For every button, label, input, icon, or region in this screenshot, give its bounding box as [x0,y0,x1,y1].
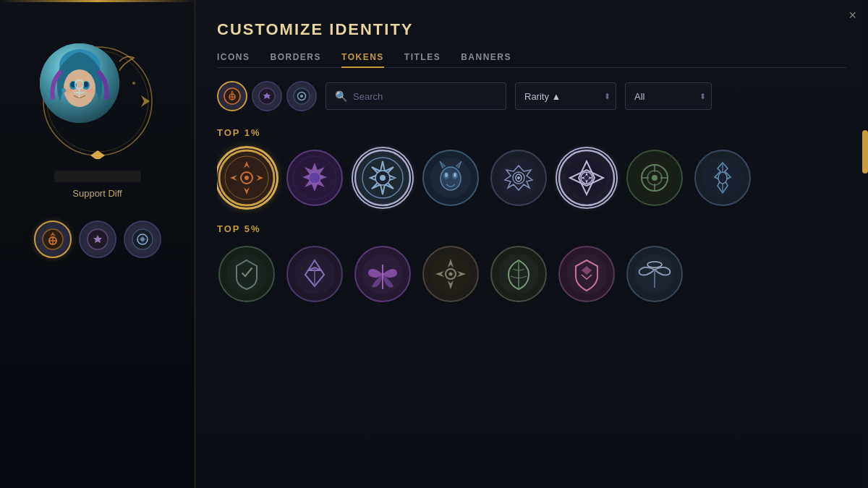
svg-point-48 [454,173,456,177]
token-item-5[interactable] [489,148,548,207]
username-label: Support Diff [72,188,122,199]
token-grid-top1 [217,148,836,207]
section-label-top1: TOP 1% [217,127,836,138]
scrollbar-thumb[interactable] [862,130,868,174]
svg-point-13 [87,89,94,93]
svg-point-34 [244,176,249,180]
svg-point-9 [82,81,90,90]
avatar [40,43,119,123]
tab-bar: ICONS BORDERS TOKENS TITLES BANNERS [217,52,846,68]
svg-point-7 [64,69,95,107]
svg-point-41 [380,175,386,181]
svg-point-11 [84,82,88,87]
token-item-7[interactable] [625,148,684,207]
filters-row: 🔍 Rarity ▲ Rarity ▼ Name A-Z All Owned U… [217,81,846,111]
svg-point-47 [445,173,448,177]
sort-select[interactable]: Rarity ▲ Rarity ▼ Name A-Z [515,82,616,110]
equipped-token-3[interactable] [124,221,161,258]
token-item-2[interactable] [285,148,344,207]
svg-point-65 [718,172,727,184]
username-blur [54,171,141,182]
svg-point-10 [71,82,75,87]
filter-token-group [217,81,317,111]
sort-wrapper: Rarity ▲ Rarity ▼ Name A-Z [515,82,616,110]
filter-token-1[interactable] [217,81,247,111]
search-box: 🔍 [326,82,506,110]
token-item-11[interactable] [353,244,412,304]
tab-banners[interactable]: BANNERS [461,52,511,68]
svg-point-37 [309,172,320,184]
tab-icons[interactable]: ICONS [217,52,250,68]
svg-point-5 [132,82,135,85]
filter-token-3[interactable] [286,81,317,111]
token-item-12[interactable] [421,244,480,304]
token-item-3[interactable] [353,148,412,207]
close-button[interactable]: × [848,9,856,22]
token-item-8[interactable] [693,148,752,207]
svg-point-12 [65,89,72,93]
equipped-token-1[interactable] [34,221,72,258]
equipped-tokens [34,221,161,258]
token-item-15[interactable] [625,244,684,304]
token-item-14[interactable] [557,244,616,304]
token-grid-top5 [217,244,836,304]
all-select[interactable]: All Owned Unowned [625,82,712,110]
filter-token-2[interactable] [252,81,282,111]
search-icon: 🔍 [335,90,347,102]
right-panel: × CUSTOMIZE IDENTITY ICONS BORDERS TOKEN… [195,0,868,488]
content-scroll: TOP 1% [217,127,846,460]
token-item-13[interactable] [489,244,548,304]
svg-point-61 [652,175,658,181]
page-title: CUSTOMIZE IDENTITY [217,20,846,39]
svg-point-8 [69,81,77,90]
token-item-1[interactable] [217,148,276,207]
search-input[interactable] [353,91,497,102]
token-item-10[interactable] [285,244,344,304]
svg-point-77 [449,273,453,276]
token-item-9[interactable] [217,244,276,304]
svg-point-30 [300,95,303,98]
avatar-frame [40,43,156,159]
token-item-4[interactable] [421,148,480,207]
scrollbar[interactable] [862,0,868,488]
left-panel: Support Diff [0,0,195,488]
all-wrapper: All Owned Unowned [625,82,712,110]
token-item-6[interactable] [557,148,616,207]
equipped-token-2[interactable] [79,221,116,258]
tab-borders[interactable]: BORDERS [271,52,322,68]
tab-tokens[interactable]: TOKENS [341,52,384,68]
svg-point-53 [517,176,520,179]
section-label-top5: TOP 5% [217,223,836,234]
tab-titles[interactable]: TITLES [404,52,441,68]
svg-point-14 [61,88,66,93]
